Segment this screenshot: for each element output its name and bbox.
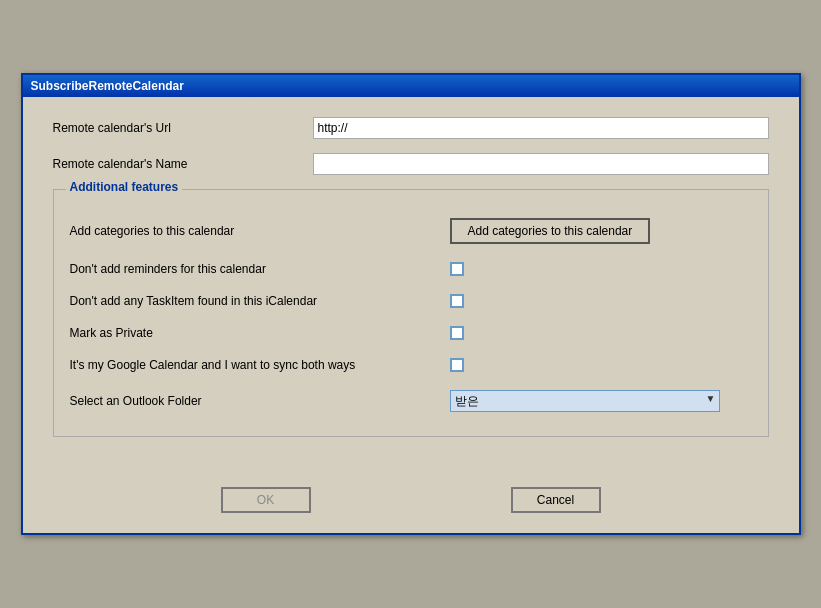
mark-private-control: [450, 326, 752, 340]
mark-private-checkbox[interactable]: [450, 326, 464, 340]
no-reminders-label: Don't add reminders for this calendar: [70, 262, 450, 276]
additional-section: Additional features Add categories to th…: [53, 189, 769, 437]
google-sync-control: [450, 358, 752, 372]
name-input[interactable]: [313, 153, 769, 175]
feature-row-google-sync: It's my Google Calendar and I want to sy…: [70, 350, 752, 380]
name-label: Remote calendar's Name: [53, 157, 313, 171]
outlook-folder-control: 받은: [450, 390, 752, 412]
google-sync-label: It's my Google Calendar and I want to sy…: [70, 358, 450, 372]
outlook-folder-select[interactable]: 받은: [450, 390, 720, 412]
no-taskitem-control: [450, 294, 752, 308]
window-title: SubscribeRemoteCalendar: [31, 79, 184, 93]
ok-button[interactable]: OK: [221, 487, 311, 513]
google-sync-checkbox[interactable]: [450, 358, 464, 372]
main-window: SubscribeRemoteCalendar Remote calendar'…: [21, 73, 801, 535]
feature-row-no-reminders: Don't add reminders for this calendar: [70, 254, 752, 284]
url-row: Remote calendar's Url: [53, 117, 769, 139]
add-categories-control: Add categories to this calendar: [450, 218, 752, 244]
footer: OK Cancel: [23, 477, 799, 533]
title-bar: SubscribeRemoteCalendar: [23, 75, 799, 97]
feature-row-add-categories: Add categories to this calendar Add cate…: [70, 210, 752, 252]
feature-row-mark-private: Mark as Private: [70, 318, 752, 348]
feature-row-outlook-folder: Select an Outlook Folder 받은: [70, 382, 752, 420]
name-row: Remote calendar's Name: [53, 153, 769, 175]
no-reminders-checkbox[interactable]: [450, 262, 464, 276]
url-label: Remote calendar's Url: [53, 121, 313, 135]
feature-row-no-taskitem: Don't add any TaskItem found in this iCa…: [70, 286, 752, 316]
no-taskitem-label: Don't add any TaskItem found in this iCa…: [70, 294, 450, 308]
outlook-folder-select-wrapper: 받은: [450, 390, 720, 412]
add-categories-label: Add categories to this calendar: [70, 224, 450, 238]
cancel-button[interactable]: Cancel: [511, 487, 601, 513]
url-input[interactable]: [313, 117, 769, 139]
section-title: Additional features: [66, 180, 183, 194]
no-reminders-control: [450, 262, 752, 276]
outlook-folder-label: Select an Outlook Folder: [70, 394, 450, 408]
add-categories-button[interactable]: Add categories to this calendar: [450, 218, 651, 244]
mark-private-label: Mark as Private: [70, 326, 450, 340]
form-content: Remote calendar's Url Remote calendar's …: [23, 97, 799, 477]
no-taskitem-checkbox[interactable]: [450, 294, 464, 308]
